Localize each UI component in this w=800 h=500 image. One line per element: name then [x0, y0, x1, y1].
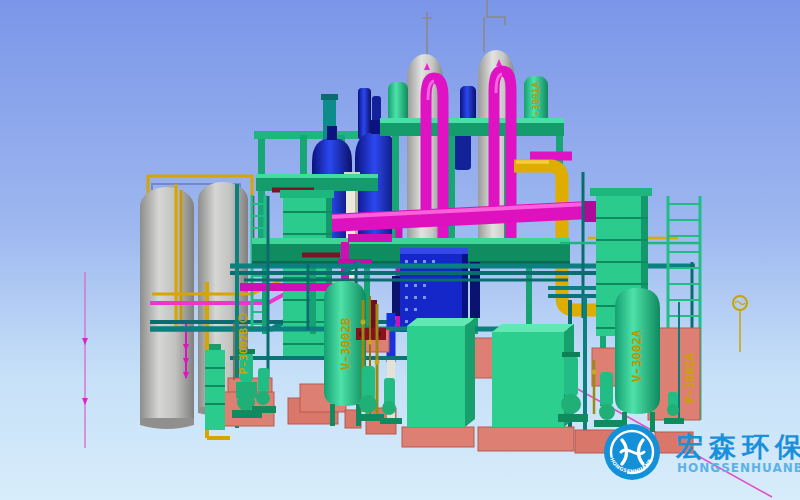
- green-box-tank-2: [492, 324, 574, 427]
- vessel-3002a-label: V-3002A: [629, 329, 644, 382]
- vessel-3002b-label: V-3002B: [338, 317, 353, 370]
- cad-plant-screenshot: V-3001A: [0, 0, 800, 500]
- brand-name-en: HONGSENHUANBAO: [677, 461, 800, 475]
- vessel-3001a-label: V-3001A: [530, 82, 541, 122]
- green-box-tank-1: [407, 318, 475, 427]
- green-drum-upper-left: [388, 82, 408, 124]
- brand-name-cn: 宏森环保: [675, 431, 800, 462]
- pump-tag-left-label: P-3002B: [237, 327, 250, 374]
- pump-tag-right-label: P-3002A: [683, 352, 697, 403]
- pump-column-left: [205, 344, 225, 430]
